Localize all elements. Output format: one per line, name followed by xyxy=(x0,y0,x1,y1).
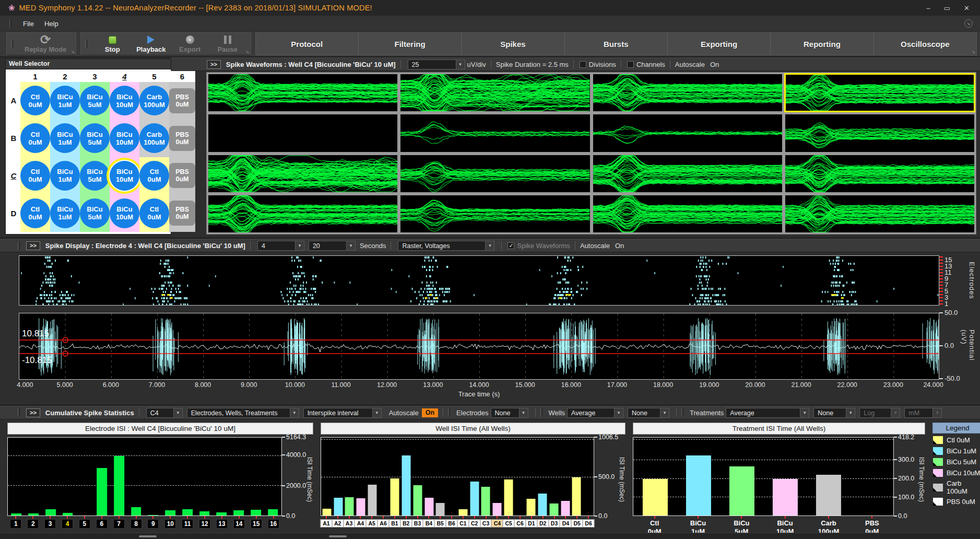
pause-button[interactable]: Pause xyxy=(214,34,241,53)
well-B3[interactable]: BiCu5uM xyxy=(80,123,110,153)
chart-plot-area xyxy=(7,437,282,516)
waveform-cell-e9[interactable] xyxy=(208,155,397,192)
well-C3[interactable]: BiCu5uM xyxy=(80,161,110,191)
close-button[interactable]: ✕ xyxy=(964,4,970,12)
tab-reporting[interactable]: Reporting xyxy=(771,33,873,55)
well-D1[interactable]: Ctl0uM xyxy=(20,198,50,228)
well-D2[interactable]: BiCu1uM xyxy=(50,198,80,228)
menu-grip-handle[interactable] xyxy=(9,19,11,28)
toolbar-grip-handle[interactable] xyxy=(11,40,13,48)
waveform-cell-e1[interactable] xyxy=(208,74,397,111)
autoscale-state[interactable]: On xyxy=(710,61,719,68)
time-window-dropdown[interactable]: 20▾ xyxy=(309,241,356,251)
divisions-checkbox[interactable] xyxy=(580,61,586,68)
header-grip-handle[interactable] xyxy=(681,408,683,417)
waveform-cell-e5[interactable] xyxy=(208,114,397,151)
menu-help[interactable]: Help xyxy=(39,18,64,29)
well-C4[interactable]: BiCu10uM xyxy=(110,161,139,191)
stats-grouping-dropdown[interactable]: Electrodes, Wells, Treatments▾ xyxy=(187,408,299,418)
waveform-cell-e7[interactable] xyxy=(593,114,782,151)
tab-exporting[interactable]: Exporting xyxy=(668,33,771,55)
waveform-cell-e16[interactable] xyxy=(785,195,974,232)
display-mode-dropdown[interactable]: Raster, Voltages▾ xyxy=(398,241,494,251)
well-B5[interactable]: Carb100uM xyxy=(139,123,169,153)
waveform-cell-e3[interactable] xyxy=(593,74,782,111)
channels-checkbox[interactable] xyxy=(627,61,634,68)
spike-waveforms-checkbox[interactable]: ✓ xyxy=(507,242,514,249)
y-axis-unit-label: ISI Time (mSec) xyxy=(618,457,625,502)
bar-B2 xyxy=(402,455,411,515)
category-label-12: 12 xyxy=(199,519,210,529)
well-B4[interactable]: BiCu10uM xyxy=(110,123,139,153)
well-A3[interactable]: BiCu5uM xyxy=(80,86,110,115)
panel-expand-icon[interactable]: ↘ xyxy=(245,49,250,54)
waveform-cell-e13[interactable] xyxy=(208,195,397,232)
autoscale-state[interactable]: On xyxy=(615,242,624,250)
export-button[interactable]: Export xyxy=(176,34,204,53)
panel-expand-icon[interactable]: ↘ xyxy=(971,49,975,54)
bar-C5 xyxy=(504,479,513,515)
category-label-13: 13 xyxy=(216,519,228,529)
header-grip-handle[interactable] xyxy=(540,408,542,417)
well-C2[interactable]: BiCu1uM xyxy=(50,161,80,191)
wells-average-dropdown[interactable]: Average▾ xyxy=(567,408,623,418)
stop-button[interactable]: Stop xyxy=(99,34,126,53)
well-D3[interactable]: BiCu5uM xyxy=(80,198,110,228)
playback-button[interactable]: Playback xyxy=(136,34,166,53)
waveform-cell-e14[interactable] xyxy=(400,195,589,232)
header-grip-handle[interactable] xyxy=(18,408,20,417)
waveform-cell-e15[interactable] xyxy=(593,195,782,232)
well-B2[interactable]: BiCu1uM xyxy=(50,123,80,153)
tab-oscilloscope[interactable]: Oscilloscope xyxy=(874,33,976,55)
electrodes-none-dropdown[interactable]: None▾ xyxy=(491,408,528,418)
treatments-average-dropdown[interactable]: Average▾ xyxy=(726,408,809,418)
stats-metric-dropdown[interactable]: Interspike interval▾ xyxy=(303,408,382,418)
expand-button[interactable]: >> xyxy=(26,408,40,417)
well-cell-A3: BiCu5uM xyxy=(80,82,110,120)
legend-swatch xyxy=(932,436,943,444)
splitter-grip[interactable] xyxy=(329,535,347,537)
header-grip-handle[interactable] xyxy=(448,408,450,417)
well-D4[interactable]: BiCu10uM xyxy=(110,198,139,228)
well-D5[interactable]: Ctl0uM xyxy=(139,198,169,228)
replay-mode-button[interactable]: ⟳ Replay Mode xyxy=(25,34,66,53)
treatments-none-dropdown[interactable]: None▾ xyxy=(813,408,855,418)
autoscale-on-toggle[interactable]: On xyxy=(422,408,438,417)
category-tick xyxy=(542,516,544,519)
tab-filtering[interactable]: Filtering xyxy=(359,33,462,55)
waveform-cell-e6[interactable] xyxy=(400,114,589,151)
expand-button[interactable]: >> xyxy=(207,60,221,69)
electrode-dropdown[interactable]: 4▾ xyxy=(257,241,304,251)
tab-bursts[interactable]: Bursts xyxy=(565,33,668,55)
menu-file[interactable]: File xyxy=(18,18,39,29)
panel-expand-icon[interactable]: ↘ xyxy=(71,49,75,54)
wells-none-dropdown[interactable]: None▾ xyxy=(628,408,669,418)
waveform-cell-e8[interactable] xyxy=(785,114,974,151)
expand-button[interactable]: >> xyxy=(26,241,40,250)
category-label-9: 9 xyxy=(147,519,159,529)
minimize-button[interactable]: – xyxy=(927,4,930,12)
waveform-cell-e11[interactable] xyxy=(593,155,782,192)
well-C1[interactable]: Ctl0uM xyxy=(20,161,50,191)
well-A4[interactable]: BiCu10uM xyxy=(110,86,139,115)
toolbar-grip-handle[interactable] xyxy=(85,40,87,48)
well-A5[interactable]: Carb100uM xyxy=(139,86,169,115)
tab-spikes[interactable]: Spikes xyxy=(462,33,564,55)
header-grip-handle[interactable] xyxy=(18,241,20,250)
waveform-cell-e12[interactable] xyxy=(785,155,974,192)
splitter-grip[interactable] xyxy=(139,535,157,537)
stats-well-dropdown[interactable]: C4▾ xyxy=(146,408,183,418)
y-tick-label: 0.0 xyxy=(282,512,295,520)
maximize-button[interactable]: ▭ xyxy=(944,4,950,12)
collapse-arrow-icon[interactable]: ↘ xyxy=(964,19,973,28)
well-C5[interactable]: Ctl0uM xyxy=(139,161,169,191)
tab-protocol[interactable]: Protocol xyxy=(256,33,359,55)
waveform-cell-e10[interactable] xyxy=(400,155,589,192)
well-A1[interactable]: Ctl0uM xyxy=(20,86,50,115)
well-B1[interactable]: Ctl0uM xyxy=(20,123,50,153)
well-cell-B3: BiCu5uM xyxy=(80,120,110,157)
waveform-cell-e2[interactable] xyxy=(400,74,589,111)
uv-div-dropdown[interactable]: 25▾ xyxy=(408,60,465,69)
well-A2[interactable]: BiCu1uM xyxy=(50,86,80,115)
waveform-cell-e4[interactable] xyxy=(785,74,974,111)
